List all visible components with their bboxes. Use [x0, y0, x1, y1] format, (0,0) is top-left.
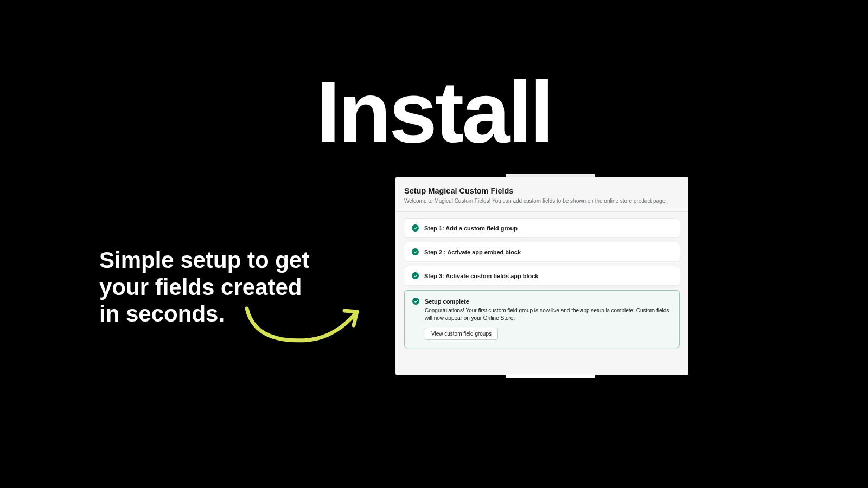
step-row[interactable]: Step 3: Activate custom fields app block [404, 266, 680, 285]
complete-title: Setup complete [425, 298, 469, 305]
check-icon [412, 272, 419, 279]
panel-subtitle: Welcome to Magical Custom Fields! You ca… [404, 198, 680, 204]
step-label: Step 1: Add a custom field group [424, 225, 518, 232]
check-icon [412, 224, 419, 232]
setup-complete-card: Setup complete Congratulations! Your fir… [404, 290, 680, 348]
complete-message: Congratulations! Your first custom field… [425, 307, 672, 322]
arrow-icon [239, 301, 369, 350]
check-icon [412, 248, 419, 255]
panel-decoration-bottom [506, 374, 595, 378]
panel-title: Setup Magical Custom Fields [404, 187, 680, 195]
step-label: Step 2 : Activate app embed block [424, 249, 521, 255]
check-icon [412, 298, 419, 305]
step-row[interactable]: Step 1: Add a custom field group [404, 219, 680, 237]
divider [395, 211, 688, 212]
step-row[interactable]: Step 2 : Activate app embed block [404, 242, 680, 261]
view-field-groups-button[interactable]: View custom field groups [425, 328, 498, 340]
hero-title: Install [316, 62, 552, 162]
step-label: Step 3: Activate custom fields app block [424, 273, 538, 279]
setup-panel: Setup Magical Custom Fields Welcome to M… [395, 177, 688, 375]
